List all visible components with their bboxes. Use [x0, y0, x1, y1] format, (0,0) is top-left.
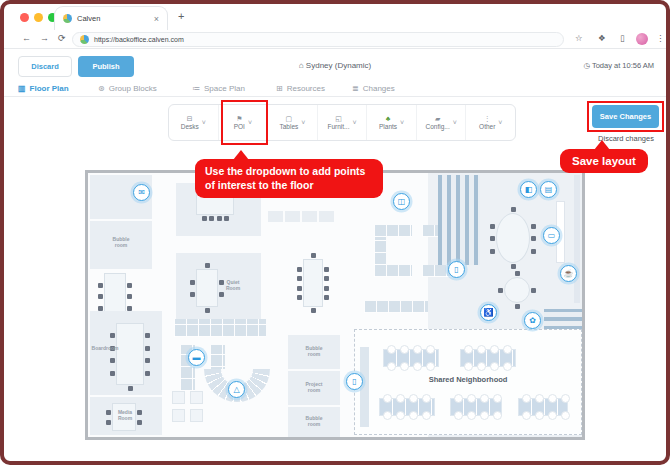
- storage-box[interactable]: [319, 211, 334, 222]
- table-meeting[interactable]: [303, 259, 323, 307]
- tab-group-blocks[interactable]: ⊛Group Blocks: [98, 84, 157, 93]
- location-selector[interactable]: ⌂ Sydney (Dynamic): [0, 61, 670, 70]
- tool-tables[interactable]: ▢Tables˅: [268, 105, 318, 140]
- desk-bank[interactable]: [379, 398, 435, 416]
- browser-menu-icon[interactable]: ⋮: [656, 33, 665, 43]
- vending-icon[interactable]: ▤: [540, 181, 557, 198]
- tool-desks[interactable]: ⊟Desks˅: [169, 105, 219, 140]
- back-icon[interactable]: ←: [22, 33, 31, 43]
- tab-label: Floor Plan: [30, 84, 69, 93]
- extensions-icon[interactable]: ❖: [598, 33, 606, 43]
- poi-icon: ⚑: [236, 115, 242, 122]
- pod[interactable]: [190, 391, 203, 404]
- desk-bank[interactable]: [383, 349, 439, 367]
- table[interactable]: [116, 323, 144, 385]
- tab-space-plan[interactable]: ≔Space Plan: [192, 84, 245, 93]
- close-window-button[interactable]: [20, 13, 29, 22]
- timestamp-text: Today at 10:56 AM: [592, 61, 654, 70]
- save-callout: Save layout: [560, 149, 648, 173]
- browser-toolbar: ← → ⟳ https://backoffice.calven.com ☆ ❖ …: [0, 30, 670, 49]
- storage-box[interactable]: [285, 211, 300, 222]
- clock-icon: ◷: [583, 61, 590, 70]
- object-palette: ⊟Desks˅ ⚑POI˅ ▢Tables˅ ◱Furnit...˅ ♣Plan…: [168, 104, 516, 141]
- floor-plan-icon: ▥: [18, 84, 26, 93]
- tool-other[interactable]: ⋮Other˅: [466, 105, 515, 140]
- close-tab-icon[interactable]: ×: [154, 14, 159, 24]
- door-icon[interactable]: ▯: [448, 261, 465, 278]
- furniture-icon: ◱: [335, 115, 342, 122]
- table-round[interactable]: [504, 277, 530, 303]
- tab-title: Calven: [77, 14, 149, 23]
- forward-icon[interactable]: →: [40, 33, 49, 43]
- desk-bank[interactable]: [460, 349, 516, 367]
- room-label: Boardroom: [88, 345, 122, 351]
- tab-floor-plan[interactable]: ▥Floor Plan: [18, 84, 69, 93]
- room-label: Bubble room: [299, 345, 329, 357]
- tool-label: Tables: [280, 123, 299, 130]
- restroom-icon[interactable]: ♿: [480, 304, 497, 321]
- reload-icon[interactable]: ⟳: [58, 33, 66, 43]
- desk-row[interactable]: [174, 319, 266, 337]
- sofa-icon[interactable]: ▬: [188, 349, 205, 366]
- tool-furniture[interactable]: ◱Furnit...˅: [318, 105, 368, 140]
- table[interactable]: [196, 269, 218, 307]
- game-icon[interactable]: ◫: [393, 193, 410, 210]
- storage-box[interactable]: [302, 211, 317, 222]
- new-tab-button[interactable]: +: [178, 10, 184, 22]
- save-changes-button[interactable]: Save Changes: [592, 105, 659, 128]
- sofa[interactable]: [364, 301, 428, 313]
- sofa[interactable]: [374, 265, 412, 277]
- calven-favicon: [63, 14, 72, 23]
- tv-icon[interactable]: ◧: [520, 181, 537, 198]
- resources-icon: ⊞: [276, 84, 283, 93]
- exit-icon[interactable]: ▯: [346, 373, 363, 390]
- chevron-down-icon: ˅: [248, 119, 252, 126]
- sofa[interactable]: [374, 237, 386, 265]
- building-icon: ⌂: [299, 61, 304, 70]
- pod[interactable]: [172, 409, 185, 422]
- timestamp: ◷ Today at 10:56 AM: [583, 61, 654, 70]
- sofa[interactable]: [374, 225, 412, 237]
- projector-icon[interactable]: △: [228, 381, 245, 398]
- desk-icon: ⊟: [187, 115, 193, 122]
- plant-icon[interactable]: ✿: [524, 312, 541, 329]
- floor-plan-canvas[interactable]: Bubble room Boardroom Media Room Quiet R…: [85, 170, 585, 440]
- tool-label: Furnit...: [327, 123, 349, 130]
- poi-callout: Use the dropdown to add points of intere…: [195, 159, 383, 198]
- group-blocks-icon: ⊛: [98, 84, 105, 93]
- chevron-down-icon: ˅: [453, 119, 457, 126]
- pod[interactable]: [172, 391, 185, 404]
- side-panel-icon[interactable]: ▯: [620, 33, 625, 43]
- tab-label: Resources: [287, 84, 325, 93]
- address-bar[interactable]: https://backoffice.calven.com: [72, 32, 564, 47]
- room-label: Quiet Room: [220, 279, 246, 291]
- mail-icon[interactable]: ✉: [133, 184, 150, 201]
- tab-changes[interactable]: ≣Changes: [352, 84, 395, 93]
- monitor-icon[interactable]: ▭: [543, 227, 560, 244]
- desk-bank[interactable]: [450, 398, 502, 416]
- coffee-icon[interactable]: ☕: [560, 265, 577, 282]
- shared-neighborhood-label: Shared Neighborhood: [406, 375, 530, 384]
- tool-label: Config...: [426, 123, 450, 130]
- chevron-down-icon: ˅: [498, 119, 502, 126]
- site-icon: [80, 35, 89, 44]
- bookmark-star-icon[interactable]: ☆: [575, 33, 583, 43]
- storage-box[interactable]: [268, 211, 283, 222]
- minimize-window-button[interactable]: [34, 13, 43, 22]
- wall-strip: [574, 175, 580, 303]
- tool-config[interactable]: ▰Config...˅: [417, 105, 467, 140]
- room-quiet[interactable]: [176, 253, 261, 323]
- chevron-down-icon: ˅: [301, 119, 305, 126]
- tab-resources[interactable]: ⊞Resources: [276, 84, 325, 93]
- tab-label: Space Plan: [204, 84, 245, 93]
- pod[interactable]: [190, 409, 203, 422]
- browser-tab[interactable]: Calven ×: [54, 6, 168, 30]
- room-label: Bubble room: [106, 236, 136, 248]
- chevron-down-icon: ˅: [202, 119, 206, 126]
- tool-poi[interactable]: ⚑POI˅: [219, 105, 269, 140]
- desk-bank[interactable]: [518, 398, 568, 416]
- table-oval[interactable]: [496, 213, 530, 263]
- tool-plants[interactable]: ♣Plants˅: [367, 105, 417, 140]
- space-plan-icon: ≔: [192, 84, 200, 93]
- profile-avatar[interactable]: [636, 33, 648, 45]
